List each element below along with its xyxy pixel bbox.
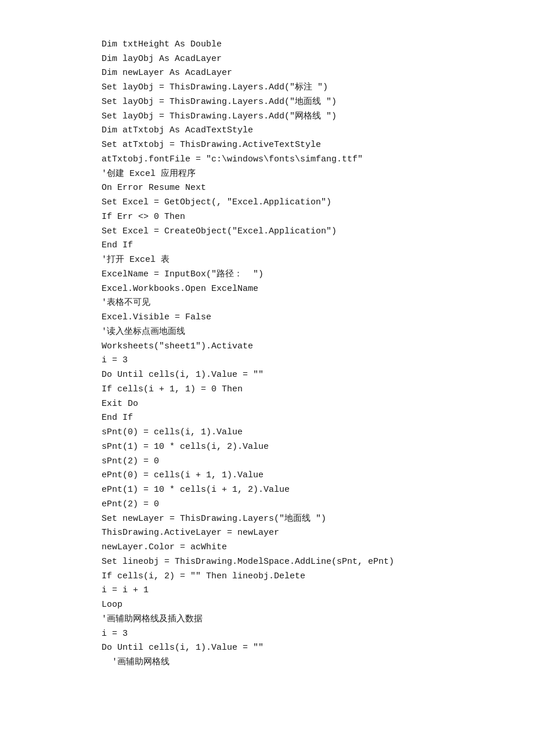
code-line: Set atTxtobj = ThisDrawing.ActiveTextSty… (102, 138, 499, 153)
code-line: sPnt(1) = 10 * cells(i, 2).Value (102, 440, 499, 455)
code-line: atTxtobj.fontFile = "c:\windows\fonts\si… (102, 153, 499, 167)
code-line: Set layObj = ThisDrawing.Layers.Add("网格线… (102, 110, 499, 124)
code-line: Set lineobj = ThisDrawing.ModelSpace.Add… (102, 555, 499, 570)
code-line: i = i + 1 (102, 584, 499, 598)
code-line: Set Excel = GetObject(, "Excel.Applicati… (102, 196, 499, 210)
code-line: ePnt(1) = 10 * cells(i + 1, 2).Value (102, 483, 499, 498)
code-line: Dim txtHeight As Double (102, 38, 499, 52)
code-line: '画辅助网格线 (102, 656, 499, 670)
code-line: Dim newLayer As AcadLayer (102, 66, 499, 81)
code-line: End If (102, 411, 499, 426)
code-line: ExcelName = InputBox("路径： ") (102, 268, 499, 282)
code-line: sPnt(0) = cells(i, 1).Value (102, 426, 499, 440)
code-line: Excel.Visible = False (102, 311, 499, 325)
code-line: i = 3 (102, 354, 499, 368)
code-line: '读入坐标点画地面线 (102, 325, 499, 340)
code-line: Set Excel = CreateObject("Excel.Applicat… (102, 225, 499, 239)
code-line: sPnt(2) = 0 (102, 455, 499, 469)
code-line: Excel.Workbooks.Open ExcelName (102, 282, 499, 297)
code-line: i = 3 (102, 627, 499, 642)
code-line: If cells(i, 2) = "" Then lineobj.Delete (102, 570, 499, 584)
code-line: Dim layObj As AcadLayer (102, 52, 499, 67)
code-line: ThisDrawing.ActiveLayer = newLayer (102, 526, 499, 541)
code-line: If Err <> 0 Then (102, 210, 499, 225)
code-line: Exit Do (102, 397, 499, 412)
code-line: Do Until cells(i, 1).Value = "" (102, 641, 499, 656)
code-display: Dim txtHeight As DoubleDim layObj As Aca… (102, 23, 499, 670)
code-line: newLayer.Color = acWhite (102, 541, 499, 555)
code-line: '创建 Excel 应用程序 (102, 167, 499, 182)
code-line: '打开 Excel 表 (102, 253, 499, 268)
code-line: ePnt(0) = cells(i + 1, 1).Value (102, 469, 499, 483)
code-line: If cells(i + 1, 1) = 0 Then (102, 383, 499, 397)
code-line: Set newLayer = ThisDrawing.Layers("地面线 "… (102, 512, 499, 527)
code-line: '表格不可见 (102, 296, 499, 311)
code-line: Set layObj = ThisDrawing.Layers.Add("标注 … (102, 81, 499, 95)
code-line: Set layObj = ThisDrawing.Layers.Add("地面线… (102, 95, 499, 110)
code-line: On Error Resume Next (102, 181, 499, 196)
code-line: '画辅助网格线及插入数据 (102, 613, 499, 627)
code-line: Do Until cells(i, 1).Value = "" (102, 368, 499, 383)
code-line: Worksheets("sheet1").Activate (102, 340, 499, 354)
code-line: Loop (102, 598, 499, 613)
code-line: End If (102, 239, 499, 253)
code-line: Dim atTxtobj As AcadTextStyle (102, 124, 499, 138)
code-line: ePnt(2) = 0 (102, 498, 499, 512)
